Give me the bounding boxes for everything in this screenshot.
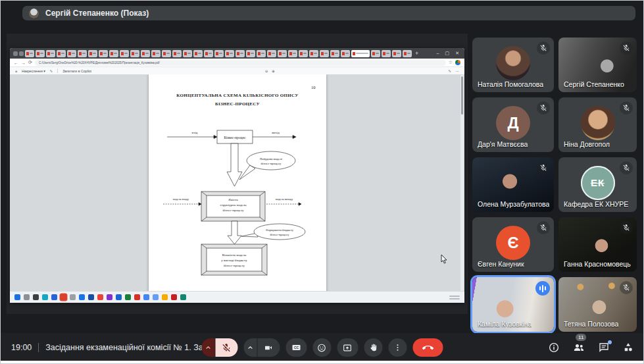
camera-options-button[interactable]: [243, 338, 257, 357]
participant-tile[interactable]: Сергій Степаненко: [558, 38, 637, 92]
browser-tab[interactable]: [204, 50, 213, 57]
browser-tab[interactable]: [141, 50, 150, 57]
browser-tab[interactable]: [278, 50, 287, 57]
reactions-button[interactable]: [312, 338, 331, 357]
new-tab-button[interactable]: +: [415, 51, 418, 57]
taskbar-app-icon[interactable]: [125, 294, 131, 300]
taskbar-app-icon[interactable]: [107, 294, 112, 300]
browser-tab[interactable]: [78, 50, 87, 57]
participant-tile[interactable]: ЄЄвген Кануник: [472, 217, 554, 272]
browser-tab[interactable]: [257, 50, 266, 57]
more-options-button[interactable]: [388, 338, 407, 357]
browser-tab[interactable]: [371, 50, 380, 57]
participant-tile[interactable]: ЕККафедра ЕК ХНУРЕ: [558, 157, 637, 212]
browser-tab[interactable]: [320, 50, 329, 57]
taskbar-app-icon[interactable]: [162, 294, 168, 300]
browser-tab[interactable]: [162, 50, 171, 57]
browser-tab[interactable]: [309, 50, 318, 57]
browser-tab[interactable]: [193, 50, 203, 57]
captions-button[interactable]: CC: [285, 338, 307, 357]
browser-tab[interactable]: [99, 50, 108, 57]
taskbar-app-icon[interactable]: [14, 294, 20, 300]
browser-tab[interactable]: [267, 50, 276, 57]
raise-hand-button[interactable]: [364, 338, 382, 357]
zoom-in-icon[interactable]: ⊕: [272, 69, 274, 73]
taskbar-app-icon[interactable]: [88, 294, 94, 300]
participant-tile[interactable]: Ганна Красномовець: [558, 217, 637, 272]
browser-tab[interactable]: [67, 50, 76, 57]
browser-tab[interactable]: [392, 50, 401, 57]
taskbar-app-icon[interactable]: [70, 294, 76, 300]
chat-panel-button[interactable]: [598, 342, 610, 353]
taskbar-app-icon[interactable]: [42, 294, 48, 300]
participant-tile[interactable]: Ніна Довгопол: [558, 97, 637, 152]
taskbar-app-icon[interactable]: [33, 294, 39, 300]
pdf-edit-icon[interactable]: ✎: [448, 69, 451, 73]
taskbar-app-icon[interactable]: [153, 294, 159, 300]
maximize-icon[interactable]: ▢: [445, 51, 450, 56]
taskbar-app-icon[interactable]: [79, 294, 85, 300]
minimize-icon[interactable]: –: [437, 51, 439, 56]
browser-tab[interactable]: [341, 50, 350, 57]
taskbar-app-icon[interactable]: [97, 294, 103, 300]
highlight-icon[interactable]: ✎: [50, 69, 53, 73]
camera-toggle-button[interactable]: [257, 338, 280, 357]
browser-tab[interactable]: [225, 50, 234, 57]
browser-tab[interactable]: [330, 50, 339, 57]
browser-tab[interactable]: [214, 50, 224, 57]
pdf-viewer[interactable]: 10 КОНЦЕПТУАЛЬНА СХЕМА КІЛЬКІСНОГО ОПИСУ…: [10, 74, 464, 292]
taskbar-app-icon[interactable]: [180, 294, 186, 300]
tab-search-icon[interactable]: [13, 51, 18, 56]
participant-tile[interactable]: Каміла Кузовкіна: [472, 277, 554, 332]
refresh-icon[interactable]: ⟳: [28, 60, 32, 65]
forward-icon[interactable]: →: [21, 61, 26, 65]
vertical-tabs-icon[interactable]: [19, 51, 24, 56]
pdf-more-icon[interactable]: ⋯: [456, 69, 459, 73]
copilot-button[interactable]: Запитати в Copilot: [62, 69, 91, 73]
browser-tab[interactable]: [403, 50, 412, 57]
taskbar-app-icon[interactable]: [171, 294, 177, 300]
browser-tab[interactable]: [120, 50, 129, 57]
people-panel-button[interactable]: 11: [572, 341, 585, 354]
presenter-banner[interactable]: Сергій Степаненко (Показ): [22, 6, 635, 20]
browser-tab[interactable]: [130, 50, 139, 57]
pdf-scrollbar[interactable]: [460, 75, 464, 291]
present-button[interactable]: [337, 338, 358, 357]
address-input[interactable]: C:/Users/Serg/OneDrive%20-%20ХНУРЕ/Дипло…: [35, 60, 446, 66]
activities-panel-button[interactable]: [622, 342, 634, 353]
browser-tab[interactable]: [299, 50, 308, 57]
taskbar-app-icon[interactable]: [134, 294, 140, 300]
scrollbar-thumb[interactable]: [461, 76, 463, 115]
browser-profile-avatar[interactable]: [455, 60, 460, 65]
browser-tab[interactable]: [151, 50, 161, 57]
taskbar-app-icon[interactable]: [51, 294, 57, 300]
browser-tab[interactable]: [382, 50, 391, 57]
browser-tab[interactable]: [235, 50, 245, 57]
taskbar-clock[interactable]: [449, 296, 460, 299]
browser-tab[interactable]: [183, 50, 192, 57]
end-call-button[interactable]: [412, 338, 443, 357]
browser-tab[interactable]: [172, 50, 182, 57]
taskbar-app-icon[interactable]: [24, 294, 30, 300]
browser-tab[interactable]: [57, 50, 66, 57]
browser-tab[interactable]: [109, 50, 118, 57]
taskbar-app-icon[interactable]: [143, 294, 149, 300]
taskbar-app-icon[interactable]: [61, 294, 66, 300]
favorite-icon[interactable]: ☆: [449, 60, 453, 65]
mic-toggle-button[interactable]: [215, 338, 237, 357]
browser-tab[interactable]: [88, 50, 97, 57]
close-icon[interactable]: ✕: [455, 51, 459, 56]
participant-tile[interactable]: Наталія Помогалова: [472, 38, 554, 92]
browser-tab[interactable]: [246, 50, 255, 57]
draw-tool-button[interactable]: Накреслення ▾: [22, 69, 45, 73]
taskbar-app-icon[interactable]: [116, 294, 122, 300]
back-icon[interactable]: ←: [14, 61, 18, 65]
browser-tab[interactable]: [288, 50, 297, 57]
browser-tab[interactable]: [46, 50, 55, 57]
participant-tile[interactable]: Олена Мурзабулатова: [472, 157, 554, 212]
meeting-details-button[interactable]: [548, 342, 560, 353]
browser-tab[interactable]: [25, 50, 34, 57]
menu-icon[interactable]: ≡: [15, 69, 17, 73]
participant-tile[interactable]: ДДар'я Матвєєва: [472, 97, 554, 152]
participant-tile[interactable]: Тетяна Полозова: [558, 277, 637, 332]
